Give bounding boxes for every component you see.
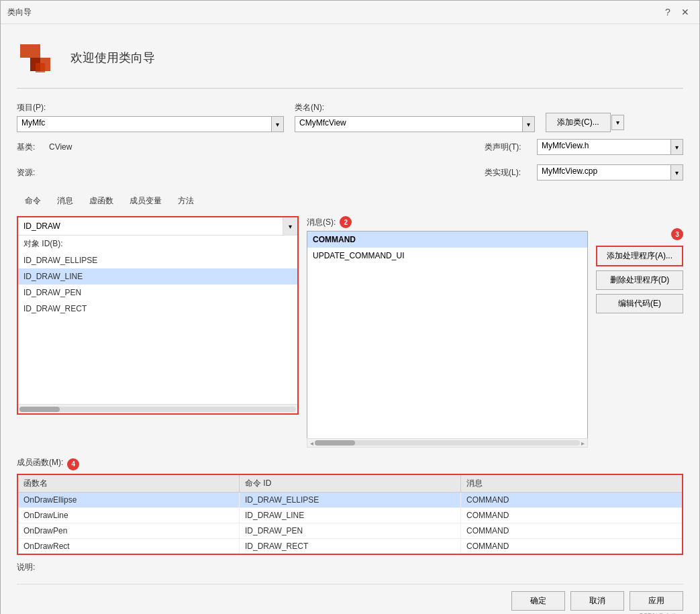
- left-scrollbar[interactable]: [18, 404, 297, 413]
- tab-member-var[interactable]: 成员变量: [121, 193, 170, 209]
- baseclass-group: 基类: CView: [17, 142, 72, 158]
- cell-func-0: OnDrawEllipse: [18, 493, 240, 507]
- classdecl-row: 类声明(T): MyMfcView.h ▾: [485, 139, 683, 155]
- mid-scrollbar[interactable]: ◂ ▸: [307, 438, 588, 448]
- help-button[interactable]: ?: [660, 5, 675, 19]
- members-row-1[interactable]: OnDrawLine ID_DRAW_LINE COMMAND: [18, 508, 682, 523]
- tab-message[interactable]: 消息: [49, 193, 81, 209]
- classimpl-row: 类实现(L): MyMfcView.cpp ▾: [485, 164, 683, 181]
- cell-cmdid-1: ID_DRAW_LINE: [240, 508, 461, 523]
- project-select-wrapper: MyMfc ▾: [17, 116, 284, 132]
- cell-func-3: OnDrawRect: [18, 539, 240, 554]
- description-label: 说明:: [17, 562, 35, 572]
- classdecl-select-wrapper: MyMfcView.h ▾: [537, 139, 683, 155]
- scroll-left-arrow[interactable]: ◂: [309, 440, 315, 447]
- members-row-0[interactable]: OnDrawEllipse ID_DRAW_ELLIPSE COMMAND: [18, 493, 682, 508]
- add-handler-button[interactable]: 添加处理程序(A)...: [596, 246, 683, 266]
- edit-code-button[interactable]: 编辑代码(E): [596, 294, 683, 313]
- dialog-title: 类向导: [7, 7, 32, 18]
- badge-4: 4: [67, 458, 79, 470]
- classimpl-label: 类实现(L):: [485, 167, 532, 178]
- resource-label: 资源:: [17, 167, 44, 178]
- list-item-rect[interactable]: ID_DRAW_RECT: [18, 301, 297, 317]
- classdecl-label: 类声明(T):: [485, 142, 532, 153]
- title-bar-left: 类向导: [7, 7, 32, 18]
- form-row-1: 项目(P): MyMfc ▾ 类名(N): CMyMfcView ▾ 添加类(C…: [17, 102, 683, 132]
- right-panel: 3 添加处理程序(A)... 删除处理程序(D) 编辑代码(E): [596, 216, 683, 448]
- classimpl-group: 类实现(L): MyMfcView.cpp ▾: [485, 164, 683, 186]
- col-message-header: 消息: [461, 475, 682, 492]
- col-cmdid-header: 命令 ID: [240, 475, 461, 492]
- messages-label: 消息(S):: [307, 217, 336, 228]
- members-row-3[interactable]: OnDrawRect ID_DRAW_RECT COMMAND: [18, 539, 682, 554]
- apply-button[interactable]: 应用: [630, 591, 683, 611]
- title-bar: 类向导 ? ✕: [1, 1, 699, 24]
- tab-virtual[interactable]: 虚函数: [81, 193, 121, 209]
- logo-icon: [17, 38, 57, 78]
- search-button[interactable]: ▾: [283, 217, 297, 235]
- close-button[interactable]: ✕: [678, 5, 693, 19]
- cell-cmdid-3: ID_DRAW_RECT: [240, 539, 461, 554]
- cell-func-2: OnDrawPen: [18, 523, 240, 538]
- ok-button[interactable]: 确定: [511, 591, 565, 611]
- classimpl-select[interactable]: MyMfcView.cpp: [537, 164, 671, 181]
- classdecl-group: 类声明(T): MyMfcView.h ▾: [485, 139, 683, 160]
- messages-label-row: 消息(S): 2: [307, 216, 588, 228]
- dialog-window: 类向导 ? ✕ 欢迎使用类向导 项目(P): MyMfc ▾: [0, 0, 700, 614]
- classname-dropdown-btn[interactable]: ▾: [523, 116, 535, 132]
- left-scrollbar-track: [19, 407, 296, 412]
- cell-message-0: COMMAND: [461, 493, 682, 507]
- cell-message-2: COMMAND: [461, 523, 682, 538]
- mid-scrollbar-track: [315, 440, 580, 446]
- list-item-ellipse[interactable]: ID_DRAW_ELLIPSE: [18, 252, 297, 268]
- search-input[interactable]: [18, 217, 283, 235]
- add-class-button[interactable]: 添加类(C)...: [546, 113, 611, 132]
- list-item-line[interactable]: ID_DRAW_LINE: [18, 268, 297, 285]
- baseclass-value: CView: [49, 142, 72, 152]
- header-section: 欢迎使用类向导: [17, 38, 683, 89]
- list-item-pen[interactable]: ID_DRAW_PEN: [18, 285, 297, 301]
- project-select[interactable]: MyMfc: [17, 116, 272, 132]
- tab-command[interactable]: 命令: [17, 193, 49, 209]
- mid-panel: 消息(S): 2 COMMAND UPDATE_COMMAND_UI ◂ ▸: [307, 216, 588, 448]
- cancel-button[interactable]: 取消: [570, 591, 624, 611]
- delete-handler-button[interactable]: 删除处理程序(D): [596, 270, 683, 290]
- addclass-group: 添加类(C)... ▾: [546, 113, 624, 132]
- members-section: 成员函数(M): 4 函数名 命令 ID 消息 OnDrawEllipse ID…: [17, 457, 683, 555]
- members-row-2[interactable]: OnDrawPen ID_DRAW_PEN COMMAND: [18, 523, 682, 539]
- msg-item-command[interactable]: COMMAND: [307, 232, 587, 248]
- svg-rect-2: [36, 63, 45, 72]
- addclass-btn-group: 添加类(C)... ▾: [546, 113, 624, 132]
- baseclass-row: 基类: CView: [17, 142, 72, 153]
- cell-cmdid-0: ID_DRAW_ELLIPSE: [240, 493, 461, 507]
- classname-group: 类名(N): CMyMfcView ▾: [295, 102, 535, 132]
- classimpl-dropdown[interactable]: ▾: [671, 164, 683, 181]
- cell-message-3: COMMAND: [461, 539, 682, 554]
- members-label: 成员函数(M):: [17, 457, 63, 468]
- add-class-dropdown[interactable]: ▾: [611, 115, 624, 130]
- scroll-right-arrow[interactable]: ▸: [580, 440, 586, 447]
- col-func-header: 函数名: [18, 475, 240, 492]
- members-table: 函数名 命令 ID 消息 OnDrawEllipse ID_DRAW_ELLIP…: [17, 474, 683, 555]
- cell-message-1: COMMAND: [461, 508, 682, 523]
- classname-select[interactable]: CMyMfcView: [295, 116, 523, 132]
- tab-method[interactable]: 方法: [170, 193, 202, 209]
- search-row: ▾: [18, 217, 297, 236]
- left-panel-empty: [18, 317, 297, 404]
- project-label: 项目(P):: [17, 102, 284, 113]
- dialog-body: 欢迎使用类向导 项目(P): MyMfc ▾ 类名(N): CMyMfcView…: [1, 24, 699, 614]
- project-group: 项目(P): MyMfc ▾: [17, 102, 284, 132]
- left-panel: ▾ 对象 ID(B): ID_DRAW_ELLIPSE ID_DRAW_LINE…: [17, 216, 299, 448]
- project-dropdown-btn[interactable]: ▾: [272, 116, 284, 132]
- object-id-label: 对象 ID(B):: [18, 236, 297, 252]
- mid-scrollbar-thumb: [315, 440, 355, 446]
- form-row-2: 基类: CView 类声明(T): MyMfcView.h ▾: [17, 139, 683, 160]
- resource-row: 资源:: [17, 167, 49, 178]
- msg-item-update[interactable]: UPDATE_COMMAND_UI: [307, 248, 587, 264]
- classdecl-dropdown[interactable]: ▾: [671, 139, 683, 155]
- classdecl-select[interactable]: MyMfcView.h: [537, 139, 671, 155]
- form-row-3: 资源: 类实现(L): MyMfcView.cpp ▾: [17, 164, 683, 186]
- description-section: 说明:: [17, 562, 683, 573]
- left-scrollbar-thumb: [19, 407, 60, 412]
- members-table-header: 函数名 命令 ID 消息: [18, 475, 682, 493]
